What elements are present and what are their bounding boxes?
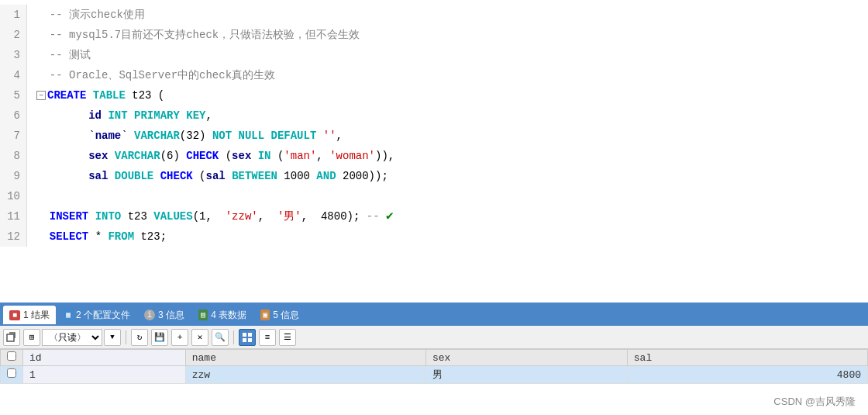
comma11a: , [258, 206, 277, 227]
divider1 [126, 330, 126, 344]
indent [36, 105, 88, 126]
line-number-12: 12 [0, 227, 27, 247]
line-number-9: 9 [0, 166, 27, 186]
key-keyword: KEY [186, 105, 205, 126]
code-line-12: 12 SELECT * FROM t23; [0, 227, 868, 247]
svg-rect-0 [7, 334, 14, 341]
result-grid: id name sex sal 1 zzw 男 4800 CSDN @吉风秀 [0, 349, 868, 415]
table-row[interactable]: 1 zzw 男 4800 [1, 366, 868, 384]
type-double: DOUBLE [115, 166, 153, 186]
line-number-2: 2 [0, 25, 27, 45]
refresh-btn[interactable]: ↻ [131, 329, 148, 346]
row-marker-1 [1, 366, 23, 384]
svg-rect-4 [248, 338, 252, 342]
line-number-5: 5 [0, 85, 27, 105]
line-number-11: 11 [0, 206, 27, 227]
grid-view-controls: ⊞ 〈只读〉 ▼ [23, 329, 121, 346]
line-content-4: -- Oracle、SqlServer中的check真的生效 [27, 65, 275, 85]
tab-tabledata[interactable]: ▤ 4 表数据 [192, 306, 253, 324]
msg-tab-icon: ▣ [260, 310, 270, 320]
code-line-10: 10 [0, 186, 868, 206]
line-number-1: 1 [0, 5, 27, 25]
paren8c: ( [271, 146, 284, 166]
info-tab-icon: i [144, 310, 155, 320]
row-checkbox-1[interactable] [7, 368, 16, 378]
create-keyword: CREATE [47, 85, 86, 105]
indent11 [36, 206, 50, 227]
col-id: id [88, 105, 102, 126]
header-id[interactable]: id [23, 350, 186, 366]
code-line-3: 3 -- 测试 [0, 45, 868, 65]
list-view-btn[interactable]: ≡ [259, 329, 276, 346]
check-keyword8: CHECK [186, 146, 219, 166]
config-tab-icon: ▦ [64, 310, 73, 320]
result-toolbar: ⊞ 〈只读〉 ▼ ↻ 💾 + ✕ 🔍 ≡ ☰ [0, 326, 868, 349]
man-str: 'man' [284, 146, 316, 166]
header-sal[interactable]: sal [627, 350, 867, 366]
values-keyword: VALUES [153, 206, 192, 227]
type-varchar8: VARCHAR [115, 146, 160, 166]
code-line-5: 5 −CREATE TABLE t23 ( [0, 85, 868, 105]
tab-info[interactable]: i 3 信息 [138, 306, 191, 324]
select-keyword: SELECT [50, 227, 88, 247]
delete-row-btn[interactable]: ✕ [191, 329, 208, 346]
indent7 [36, 126, 88, 146]
indent12 [36, 227, 50, 247]
form-view-btn[interactable]: ☰ [279, 329, 296, 346]
line-content-5: −CREATE TABLE t23 ( [27, 85, 164, 105]
comma: , [206, 105, 212, 126]
tick-icon: ✔ [386, 206, 394, 227]
save-btn[interactable]: 💾 [151, 329, 168, 346]
default-val: '' [323, 126, 336, 146]
svg-rect-2 [248, 333, 252, 337]
select-all-checkbox[interactable] [7, 351, 16, 361]
default-keyword: DEFAULT [271, 126, 317, 146]
tab-msg[interactable]: ▣ 5 信息 [254, 306, 305, 324]
code-editor[interactable]: 1 -- 演示check使用 2 -- mysql5.7目前还不支持check，… [0, 0, 868, 303]
space9b [153, 166, 160, 186]
comment-text: -- 演示check使用 [36, 5, 145, 25]
export-icon [6, 332, 17, 343]
export-btn[interactable] [3, 329, 20, 346]
space12a: * [88, 227, 108, 247]
readonly-select[interactable]: 〈只读〉 [42, 329, 102, 346]
grid-btn[interactable]: ⊞ [23, 329, 40, 346]
and-keyword: AND [316, 166, 336, 186]
line-content-3: -- 测试 [27, 45, 91, 65]
header-sex[interactable]: sex [425, 350, 627, 366]
code-line-11: 11 INSERT INTO t23 VALUES(1, 'zzw', '男',… [0, 206, 868, 227]
space7c [264, 126, 270, 146]
line-content-9: sal DOUBLE CHECK (sal BETWEEN 1000 AND 2… [27, 166, 388, 186]
chevron-down-btn[interactable]: ▼ [104, 329, 121, 346]
line-content-8: sex VARCHAR(6) CHECK (sex IN ('man', 'wo… [27, 146, 394, 166]
comma11b: , 4800); [301, 206, 367, 227]
filter-btn[interactable]: 🔍 [212, 329, 229, 346]
code-line-4: 4 -- Oracle、SqlServer中的check真的生效 [0, 65, 868, 85]
space9c: ( [193, 166, 206, 186]
header-checkbox [1, 350, 23, 366]
comma7: , [336, 126, 343, 146]
space11a [88, 206, 95, 227]
col-sal: sal [88, 166, 108, 186]
from-keyword: FROM [108, 227, 134, 247]
woman-str: 'woman' [329, 146, 375, 166]
tab-config[interactable]: ▦ 2 个配置文件 [57, 306, 136, 324]
collapse-icon[interactable]: − [36, 91, 46, 100]
into-keyword: INTO [95, 206, 122, 227]
add-row-btn[interactable]: + [171, 329, 188, 346]
tabs-bar: ■ 1 结果 ▦ 2 个配置文件 i 3 信息 ▤ 4 表数据 ▣ 5 信息 [0, 304, 868, 326]
space8 [108, 146, 114, 166]
code-line-6: 6 id INT PRIMARY KEY, [0, 105, 868, 126]
indent8 [36, 146, 88, 166]
header-name[interactable]: name [185, 350, 425, 366]
cell-name-1: zzw [185, 366, 425, 384]
backtick1: ` [88, 126, 95, 146]
svg-rect-3 [243, 338, 246, 342]
grid-view-btn[interactable] [239, 329, 256, 346]
tab-result[interactable]: ■ 1 结果 [3, 306, 56, 324]
paren8: (6) [160, 146, 187, 166]
space11b: t23 [121, 206, 153, 227]
space12b: t23; [134, 227, 167, 247]
table-tab-icon: ▤ [198, 310, 208, 320]
space9d [226, 166, 232, 186]
